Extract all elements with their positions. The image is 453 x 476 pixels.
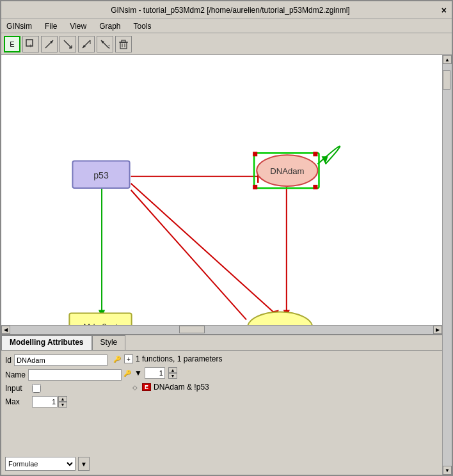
props-left-column: Id Name Input Max — [5, 354, 107, 471]
func-spinner-btns: ▲ ▼ — [168, 367, 177, 379]
handle-tl — [253, 152, 257, 156]
func-summary-text: 1 functions, 1 parameters — [136, 354, 222, 363]
arrow1-icon — [44, 39, 54, 49]
tool-arrow3[interactable] — [78, 36, 95, 52]
add-node-icon: + — [26, 39, 36, 49]
handle-tr — [313, 152, 317, 156]
hscroll-thumb[interactable] — [179, 326, 205, 333]
prop-max-label: Max — [5, 397, 29, 406]
spinner-down-button[interactable]: ▼ — [58, 402, 67, 408]
arrow4-icon: ? — [100, 39, 110, 49]
spinner-up-button[interactable]: ▲ — [58, 396, 67, 402]
svg-text:+: + — [29, 43, 32, 49]
main-area: p53 DNAdam Mdm2cyt — [1, 55, 452, 475]
menu-ginsim[interactable]: GINsim — [4, 20, 35, 32]
prop-max-input[interactable] — [32, 396, 58, 408]
svg-rect-15 — [122, 40, 125, 42]
node-dnadam-label: DNAdam — [270, 166, 304, 176]
svg-text:?: ? — [108, 44, 110, 49]
horizontal-scrollbar: ◀ ▶ — [1, 325, 442, 334]
menu-tools[interactable]: Tools — [131, 20, 154, 32]
title-bar: GINsim - tutorial_p53Mdm2 [/home/aurelie… — [1, 1, 452, 19]
props-tabs: Modelling Attributes Style — [1, 335, 442, 351]
node-mdm2nuc-label: Mdm2nuc — [262, 323, 299, 325]
spinner-buttons: ▲ ▼ — [58, 396, 67, 408]
props-content: Id Name Input Max — [1, 351, 442, 475]
prop-input-checkbox[interactable] — [32, 384, 41, 393]
handle-bl — [253, 185, 257, 189]
prop-input-label: Input — [5, 384, 29, 393]
hscroll-left-button[interactable]: ◀ — [1, 326, 10, 334]
content-wrapper: p53 DNAdam Mdm2cyt — [1, 55, 442, 475]
prop-max-spinner: ▲ ▼ — [32, 396, 107, 408]
node-mdm2cyt-label: Mdm2cyt — [83, 322, 118, 325]
key-icon-2: 🔑 — [123, 369, 132, 377]
node-p53-label: p53 — [93, 170, 109, 180]
properties-panel: Modelling Attributes Style Id Name — [1, 334, 442, 475]
vscroll-down-button[interactable]: ▼ — [443, 466, 452, 475]
vscroll-up-button[interactable]: ▲ — [443, 55, 452, 64]
graph-canvas[interactable]: p53 DNAdam Mdm2cyt — [1, 55, 442, 325]
func-spinner-down[interactable]: ▼ — [168, 373, 177, 379]
func-expand-button[interactable]: + — [124, 354, 133, 363]
formulae-select[interactable]: Formulae — [5, 457, 76, 471]
func-down-arrow: ▼ — [134, 369, 142, 377]
svg-rect-13 — [120, 42, 127, 49]
graph-svg: p53 DNAdam Mdm2cyt — [1, 55, 442, 325]
prop-name-label: Name — [5, 370, 26, 379]
handle-br — [313, 185, 317, 189]
menu-view[interactable]: View — [67, 20, 89, 32]
menu-bar: GINsim File View Graph Tools — [1, 19, 452, 33]
vertical-scrollbar: ▲ ▼ — [442, 55, 452, 475]
tool-edit[interactable]: E — [4, 36, 20, 52]
tab-style[interactable]: Style — [92, 335, 126, 350]
prop-id-row: Id — [5, 354, 107, 366]
vscroll-thumb[interactable] — [443, 70, 450, 90]
formulae-row: Formulae ▼ — [5, 457, 107, 471]
formulae-arrow-button[interactable]: ▼ — [78, 457, 90, 471]
tool-arrow2[interactable] — [60, 36, 76, 52]
func-summary-row: 🔑 + 1 functions, 1 parameters — [113, 354, 438, 363]
tool-add-node[interactable]: + — [22, 36, 39, 52]
props-right-column: 🔑 + 1 functions, 1 parameters 🔑 ▼ ▲ ▼ — [107, 354, 438, 471]
svg-line-29 — [131, 190, 246, 320]
tool-edit-label: E — [10, 40, 14, 48]
arrow2-icon — [63, 39, 73, 49]
tab-modelling[interactable]: Modelling Attributes — [1, 335, 92, 350]
expr-bullet-icon: ◇ — [131, 383, 139, 392]
toolbar: E + — [1, 33, 452, 55]
hscroll-track[interactable] — [10, 326, 433, 334]
prop-id-input[interactable] — [14, 354, 107, 366]
close-button[interactable]: × — [441, 5, 447, 15]
tool-arrow4[interactable]: ? — [97, 36, 113, 52]
spacer — [5, 411, 107, 454]
tool-arrow1[interactable] — [41, 36, 58, 52]
prop-name-row: Name — [5, 369, 107, 381]
func-target-input[interactable] — [145, 367, 165, 379]
menu-file[interactable]: File — [42, 20, 60, 32]
window-title: GINsim - tutorial_p53Mdm2 [/home/aurelie… — [19, 6, 441, 15]
prop-id-label: Id — [5, 356, 12, 365]
func-expression-row: ◇ E DNAdam & !p53 — [131, 383, 438, 392]
func-expression-text: DNAdam & !p53 — [154, 383, 209, 392]
prop-max-row: Max ▲ ▼ — [5, 396, 107, 408]
svg-line-4 — [64, 40, 72, 48]
tool-delete[interactable] — [115, 36, 132, 52]
hscroll-right-button[interactable]: ▶ — [433, 326, 442, 334]
delete-icon — [118, 39, 129, 49]
expr-e-badge: E — [142, 383, 151, 391]
vscroll-track[interactable] — [443, 64, 452, 466]
arrow3-icon — [81, 39, 91, 49]
svg-line-22 — [131, 184, 277, 315]
func-target-row: 🔑 ▼ ▲ ▼ — [123, 367, 438, 379]
key-icon: 🔑 — [113, 354, 122, 363]
func-spinner-up[interactable]: ▲ — [168, 367, 177, 373]
prop-input-row: Input — [5, 384, 107, 393]
menu-graph[interactable]: Graph — [97, 20, 123, 32]
